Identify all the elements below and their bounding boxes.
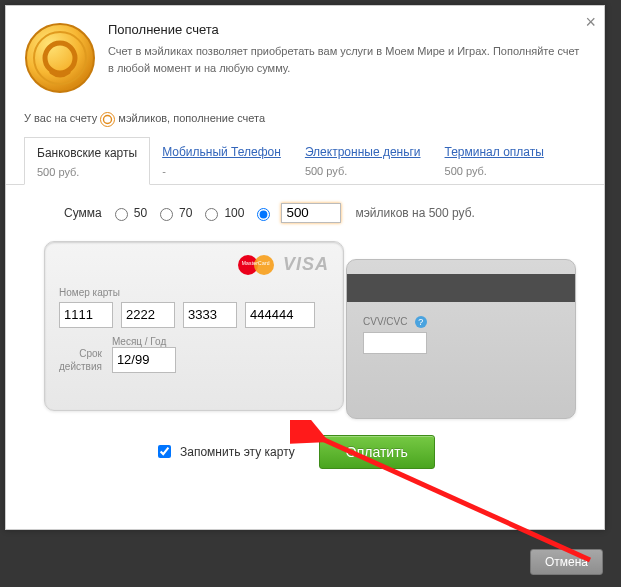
card-number-label: Номер карты [59, 287, 329, 298]
amount-custom-input[interactable] [281, 203, 341, 223]
amount-option-custom[interactable] [252, 205, 273, 221]
tab-title: Электронные деньги [305, 145, 421, 161]
tab-title: Банковские карты [37, 146, 137, 162]
card-back: CVV/CVC ? [346, 259, 576, 419]
card-number-3[interactable] [183, 302, 237, 328]
expiry-side-label: Срок действия [59, 347, 102, 373]
tab-terminal[interactable]: Терминал оплаты 500 руб. [433, 137, 556, 184]
remember-label: Запомнить эту карту [180, 445, 295, 459]
mini-coin-icon [100, 112, 115, 127]
amount-option-50[interactable]: 50 [110, 205, 147, 221]
balance-suffix: мэйликов, пополнение счета [118, 112, 265, 124]
cvv-input[interactable] [363, 332, 427, 354]
amount-row: Сумма 50 70 100 мэйликов на 500 руб. [64, 203, 586, 223]
tab-title: Терминал оплаты [445, 145, 544, 161]
tab-emoney[interactable]: Электронные деньги 500 руб. [293, 137, 433, 184]
svg-point-0 [26, 24, 94, 92]
actions-row: Запомнить эту карту Оплатить [154, 435, 586, 469]
balance-prefix: У вас на счету [24, 112, 97, 124]
cvv-help-icon[interactable]: ? [415, 316, 427, 328]
balance-row: У вас на счету мэйликов, пополнение счет… [6, 108, 604, 137]
tab-sub: 500 руб. [37, 166, 137, 178]
svg-point-3 [101, 113, 115, 127]
tab-sub: - [162, 165, 281, 177]
tab-title: Мобильный Телефон [162, 145, 281, 161]
close-icon[interactable]: × [585, 12, 596, 33]
remember-checkbox-input[interactable] [158, 445, 171, 458]
tabs: Банковские карты 500 руб. Мобильный Теле… [6, 137, 604, 185]
amount-option-70[interactable]: 70 [155, 205, 192, 221]
header: Пополнение счета Счет в мэйликах позволя… [6, 6, 604, 108]
card-number-2[interactable] [121, 302, 175, 328]
form-body: Сумма 50 70 100 мэйликов на 500 руб. CVV… [6, 185, 604, 479]
card-front: MasterCard VISA Номер карты Срок действи… [44, 241, 344, 411]
tab-mobile[interactable]: Мобильный Телефон - [150, 137, 293, 184]
pay-button[interactable]: Оплатить [319, 435, 435, 469]
tab-sub: 500 руб. [305, 165, 421, 177]
tab-sub: 500 руб. [445, 165, 544, 177]
modal-title: Пополнение счета [108, 22, 586, 37]
card-number-1[interactable] [59, 302, 113, 328]
coin-icon [24, 22, 96, 94]
expiry-input[interactable] [112, 347, 176, 373]
modal-subtitle: Счет в мэйликах позволяет приобретать ва… [108, 43, 586, 76]
visa-icon: VISA [283, 254, 329, 275]
cancel-button[interactable]: Отмена [530, 549, 603, 575]
amount-label: Сумма [64, 206, 102, 220]
mastercard-icon: MasterCard [238, 254, 274, 276]
amount-option-100[interactable]: 100 [200, 205, 244, 221]
cards-area: CVV/CVC ? MasterCard VISA Номер карты [34, 241, 576, 421]
cvv-label: CVV/CVC [363, 316, 407, 327]
card-number-4[interactable] [245, 302, 315, 328]
amount-hint: мэйликов на 500 руб. [355, 206, 474, 220]
expiry-top-label: Месяц / Год [112, 336, 176, 347]
tab-cards[interactable]: Банковские карты 500 руб. [24, 137, 150, 185]
payment-modal: × Пополнение счета Счет в мэйликах позво… [5, 5, 605, 530]
remember-card-checkbox[interactable]: Запомнить эту карту [154, 442, 295, 461]
